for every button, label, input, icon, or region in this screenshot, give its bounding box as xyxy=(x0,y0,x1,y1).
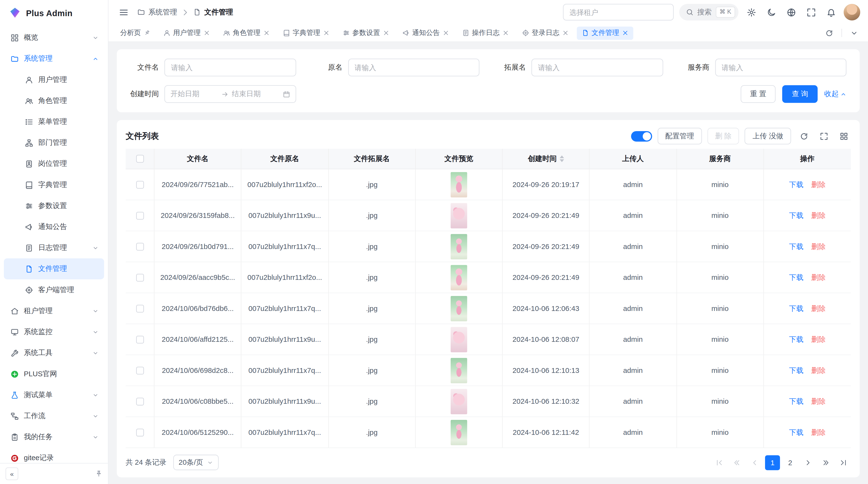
download-link[interactable]: 下载 xyxy=(789,365,804,375)
download-link[interactable]: 下载 xyxy=(789,334,804,344)
jump-forward-button[interactable] xyxy=(818,455,833,470)
sidebar-item-users[interactable]: 用户管理 xyxy=(4,69,104,90)
sidebar-item-tools[interactable]: 系统工具 xyxy=(4,343,104,363)
row-checkbox[interactable] xyxy=(136,181,144,188)
sidebar-item-monitor[interactable]: 系统监控 xyxy=(4,321,104,342)
table-refresh-button[interactable] xyxy=(797,129,811,143)
page-button-1[interactable]: 1 xyxy=(765,455,780,470)
tab-users[interactable]: 用户管理 xyxy=(158,26,214,39)
delete-link[interactable]: 删除 xyxy=(811,211,826,220)
row-checkbox[interactable] xyxy=(136,335,144,343)
download-link[interactable]: 下载 xyxy=(789,303,804,313)
user-avatar[interactable] xyxy=(844,4,860,21)
file-preview-image[interactable] xyxy=(451,203,467,228)
file-preview-image[interactable] xyxy=(451,265,467,290)
sidebar-item-my-tasks[interactable]: 我的任务 xyxy=(4,426,104,447)
download-link[interactable]: 下载 xyxy=(789,180,804,189)
tab-notices[interactable]: 通知公告 xyxy=(397,26,454,39)
sidebar-item-workflow[interactable]: 工作流 xyxy=(4,406,104,426)
sidebar-toggle-button[interactable] xyxy=(116,5,131,20)
tab-close-icon[interactable] xyxy=(622,30,628,36)
sidebar-item-test-menu[interactable]: 测试菜单 xyxy=(4,384,104,406)
breadcrumb-item-files[interactable]: 文件管理 xyxy=(193,7,233,17)
delete-link[interactable]: 删除 xyxy=(811,396,826,406)
column-settings-button[interactable] xyxy=(836,129,851,143)
notifications-button[interactable] xyxy=(824,5,838,20)
tab-close-icon[interactable] xyxy=(323,30,329,36)
page-button-2[interactable]: 2 xyxy=(783,455,798,470)
sidebar-item-notices[interactable]: 通知公告 xyxy=(4,216,104,237)
file-preview-image[interactable] xyxy=(451,389,467,414)
sidebar-item-departments[interactable]: 部门管理 xyxy=(4,132,104,153)
download-link[interactable]: 下载 xyxy=(789,211,804,220)
sidebar-pin-icon[interactable] xyxy=(95,470,102,478)
extension-input[interactable] xyxy=(531,59,663,76)
tab-close-icon[interactable] xyxy=(263,30,269,36)
reset-button[interactable]: 重 置 xyxy=(740,85,776,103)
sidebar-item-system[interactable]: 系统管理 xyxy=(4,48,104,69)
delete-link[interactable]: 删除 xyxy=(811,427,826,437)
tab-close-icon[interactable] xyxy=(204,30,210,36)
tab-close-icon[interactable] xyxy=(502,30,508,36)
file-preview-image[interactable] xyxy=(451,420,467,445)
tab-close-icon[interactable] xyxy=(562,30,568,36)
tab-analysis[interactable]: 分析页 xyxy=(115,26,155,39)
breadcrumb-item-system[interactable]: 系统管理 xyxy=(137,7,177,17)
tab-roles[interactable]: 角色管理 xyxy=(218,26,274,39)
sidebar-collapse-button[interactable]: « xyxy=(5,467,18,480)
row-checkbox[interactable] xyxy=(136,243,144,250)
row-checkbox[interactable] xyxy=(136,428,144,436)
query-button[interactable]: 查 询 xyxy=(782,85,817,103)
upload-button[interactable]: 上传 没做 xyxy=(745,128,791,144)
sidebar-item-overview[interactable]: 概览 xyxy=(4,27,104,48)
sort-asc-icon[interactable] xyxy=(559,156,564,158)
sidebar-item-parameters[interactable]: 参数设置 xyxy=(4,195,104,216)
delete-button[interactable]: 删 除 xyxy=(707,128,739,144)
delete-link[interactable]: 删除 xyxy=(811,180,826,189)
collapse-filter-link[interactable]: 收起 xyxy=(824,89,846,99)
tenant-select-input[interactable] xyxy=(563,4,674,21)
first-page-button[interactable] xyxy=(712,455,727,470)
config-management-button[interactable]: 配置管理 xyxy=(657,128,702,144)
date-range-input[interactable]: 开始日期 结束日期 xyxy=(164,85,296,103)
delete-link[interactable]: 删除 xyxy=(811,272,826,282)
file-preview-image[interactable] xyxy=(451,296,467,321)
settings-button[interactable] xyxy=(744,5,758,20)
page-size-select[interactable]: 20条/页 xyxy=(173,455,218,470)
global-search-button[interactable]: 搜索 ⌘ K xyxy=(679,4,739,21)
file-preview-image[interactable] xyxy=(451,327,467,352)
sidebar-item-tenants[interactable]: 租户管理 xyxy=(4,300,104,321)
row-checkbox[interactable] xyxy=(136,304,144,312)
next-page-button[interactable] xyxy=(801,455,815,470)
tab-close-icon[interactable] xyxy=(443,30,449,36)
file-name-input[interactable] xyxy=(164,59,296,76)
file-preview-image[interactable] xyxy=(451,172,467,197)
download-link[interactable]: 下载 xyxy=(789,396,804,406)
row-checkbox[interactable] xyxy=(136,212,144,219)
row-checkbox[interactable] xyxy=(136,366,144,374)
dark-mode-button[interactable] xyxy=(764,5,778,20)
sidebar-item-plus-site[interactable]: PLUS官网 xyxy=(4,363,104,384)
tab-dictionaries[interactable]: 字典管理 xyxy=(278,26,334,39)
prev-page-button[interactable] xyxy=(747,455,762,470)
download-link[interactable]: 下载 xyxy=(789,272,804,282)
fullscreen-button[interactable] xyxy=(804,5,818,20)
tab-operation-logs[interactable]: 操作日志 xyxy=(457,26,513,39)
original-name-input[interactable] xyxy=(348,59,479,76)
search-toggle-switch[interactable] xyxy=(631,131,652,141)
sidebar-item-menus[interactable]: 菜单管理 xyxy=(4,111,104,132)
tabs-dropdown-button[interactable] xyxy=(847,26,862,40)
file-preview-image[interactable] xyxy=(451,234,467,259)
table-fullscreen-button[interactable] xyxy=(816,129,831,143)
language-button[interactable] xyxy=(784,5,798,20)
last-page-button[interactable] xyxy=(836,455,851,470)
tab-close-icon[interactable] xyxy=(383,30,389,36)
delete-link[interactable]: 删除 xyxy=(811,365,826,375)
sort-icons[interactable] xyxy=(559,156,564,162)
sidebar-item-clients[interactable]: 客户端管理 xyxy=(4,279,104,300)
file-preview-image[interactable] xyxy=(451,358,467,383)
row-checkbox[interactable] xyxy=(136,273,144,281)
sort-desc-icon[interactable] xyxy=(559,159,564,162)
select-all-checkbox[interactable] xyxy=(136,155,144,163)
download-link[interactable]: 下载 xyxy=(789,427,804,437)
